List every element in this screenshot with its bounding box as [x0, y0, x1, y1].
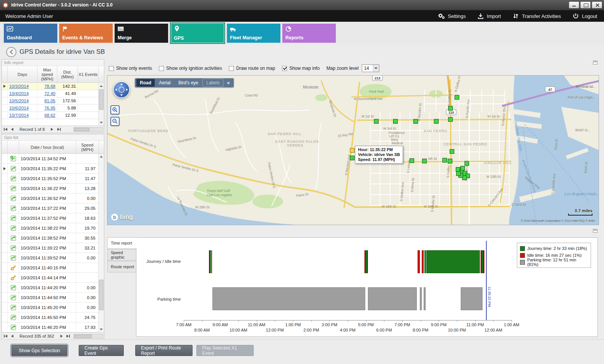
map-style-road[interactable]: Road — [136, 79, 155, 87]
gps-point-marker[interactable] — [448, 159, 452, 163]
tab-dashboard[interactable]: Dashboard — [4, 24, 57, 43]
gps-list-row[interactable]: 10/3/2014 11:36:52 PM0.00 — [2, 193, 104, 203]
gps-list-row[interactable]: 10/3/2014 11:39:22 PM33.21 — [2, 243, 104, 253]
transfer-activities-button[interactable]: Transfer Activities — [512, 13, 561, 19]
gps-list-row[interactable]: 10/3/2014 11:36:22 PM13.28 — [2, 184, 104, 193]
table-row[interactable]: 10/5/201481.05172.56 — [2, 97, 104, 105]
gps-point-marker[interactable] — [449, 106, 453, 111]
gps-point-marker[interactable] — [350, 156, 355, 160]
table-row[interactable]: 10/7/201468.6212.99 — [2, 112, 104, 119]
table-row[interactable]: 10/6/201476.955.88 — [2, 105, 104, 112]
gps-point-marker[interactable] — [434, 119, 439, 124]
column-header-days[interactable]: Days — [8, 66, 37, 82]
settings-button[interactable]: Settings — [437, 13, 466, 19]
scroll-down-icon[interactable] — [99, 327, 104, 332]
column-header-dist[interactable]: Dist. (Miles) — [57, 66, 78, 82]
scroll-up-icon[interactable] — [99, 83, 104, 89]
tab-time-report[interactable]: Time report — [107, 237, 137, 249]
minimize-button[interactable] — [569, 2, 579, 8]
gps-list-row[interactable]: 10/3/2014 11:37:22 PM29.05 — [2, 203, 104, 213]
gps-point-marker[interactable] — [455, 95, 459, 100]
gps-list-row[interactable]: 10/3/2014 11:46:20 PM17.93 — [2, 322, 104, 332]
gps-list-row[interactable]: 10/3/2014 11:44:50 PM0.00 — [2, 293, 104, 303]
maximize-button[interactable] — [580, 2, 591, 8]
gps-point-marker[interactable] — [443, 158, 447, 163]
pager-next-icon[interactable] — [58, 333, 65, 339]
map[interactable]: MiralestePeck ParkPORTUGUESE BENDSAN PED… — [107, 75, 599, 225]
zoom-out-button[interactable] — [110, 117, 120, 126]
checkbox-show-only-events[interactable]: Show only events — [109, 66, 152, 71]
column-header-speed[interactable]: Speed (MPH) — [76, 141, 99, 153]
selected-gps-point-marker[interactable] — [350, 148, 355, 153]
tab-speed-graphic[interactable]: Speed graphic — [107, 249, 136, 261]
column-header-x1-events[interactable]: X1 Events — [78, 66, 99, 82]
export-print-route-report-button[interactable]: Export / Print Route Report — [135, 345, 193, 356]
table-row[interactable]: 10/4/201472.4041.49 — [2, 90, 104, 97]
checkbox-show-only-ignition[interactable]: Show only ignition activities — [159, 66, 222, 71]
tab-route-report[interactable]: Route report — [107, 261, 136, 272]
checkbox-icon[interactable] — [159, 66, 164, 71]
tab-fleet-manager[interactable]: Fleet Manager — [227, 24, 280, 43]
map-style-labels[interactable]: Labels — [202, 79, 223, 87]
gps-list-row[interactable]: 10/3/2014 11:44:20 PM0.00 — [2, 283, 104, 293]
gps-list-row[interactable]: 10/3/2014 11:38:52 PM30.55 — [2, 233, 104, 243]
scroll-down-icon[interactable] — [99, 120, 104, 126]
pager-prev-icon[interactable] — [9, 333, 16, 339]
gps-point-marker[interactable] — [457, 172, 461, 176]
pager-last-icon[interactable] — [55, 127, 62, 132]
checkbox-draw-route[interactable]: Draw route on map — [229, 66, 275, 71]
gps-point-marker[interactable] — [414, 119, 418, 124]
gps-point-marker[interactable] — [410, 159, 414, 163]
gps-list-row[interactable]: 10/3/2014 11:45:20 PM0.00 — [2, 303, 104, 312]
gps-point-marker[interactable] — [450, 150, 454, 154]
zoom-in-button[interactable] — [110, 105, 120, 114]
tab-events-reviews[interactable]: Events & Reviews — [59, 24, 113, 43]
gps-list-row[interactable]: 10/3/2014 11:45:50 PM24.75 — [2, 312, 104, 322]
pager-last-icon[interactable] — [65, 333, 72, 339]
checkbox-icon[interactable] — [109, 66, 114, 71]
gps-point-marker[interactable] — [449, 118, 453, 122]
gps-list-scrollbar[interactable] — [98, 154, 104, 332]
show-gps-selection-button[interactable]: Show Gps Selection — [11, 345, 67, 356]
column-header-date-hour[interactable]: Date / hour (local) — [19, 141, 76, 153]
scrollbar-thumb[interactable] — [99, 89, 104, 110]
gps-point-marker[interactable] — [456, 168, 460, 172]
gps-point-marker[interactable] — [461, 166, 465, 171]
checkbox-icon[interactable] — [282, 66, 287, 71]
tab-reports[interactable]: Reports — [282, 24, 336, 43]
panel-maximize-icon[interactable] — [593, 61, 598, 64]
create-gps-event-button[interactable]: Create Gps Event — [79, 345, 124, 356]
gps-point-marker[interactable] — [374, 119, 379, 124]
info-report-scrollbar[interactable] — [98, 83, 104, 126]
scrollbar-thumb[interactable] — [99, 280, 104, 310]
scroll-up-icon[interactable] — [99, 154, 104, 159]
chevron-down-icon[interactable] — [373, 65, 379, 72]
horizontal-scrollbar[interactable] — [73, 334, 103, 339]
gps-point-marker[interactable] — [463, 176, 467, 180]
table-row[interactable]: 10/3/201478.68142.31 — [2, 83, 104, 90]
gps-list-row[interactable]: 10/3/2014 11:44:14 PM — [2, 273, 104, 283]
gps-point-marker[interactable] — [465, 161, 469, 166]
gps-list-row[interactable]: 10/3/2014 11:40:15 PM — [2, 263, 104, 273]
horizontal-scrollbar[interactable] — [73, 127, 103, 132]
scrollbar-thumb[interactable] — [74, 128, 89, 131]
scrollbar-thumb[interactable] — [74, 335, 92, 338]
play-selected-x1-event-button[interactable]: Play Selected X1 Event — [196, 345, 254, 356]
checkbox-icon[interactable] — [229, 66, 234, 71]
gps-list-row[interactable]: 10/3/2014 11:35:52 PM11.47 — [2, 174, 104, 184]
collapse-icon[interactable]: « — [224, 79, 232, 87]
import-button[interactable]: Import — [477, 13, 501, 19]
checkbox-show-map-info[interactable]: Show map info — [282, 66, 319, 71]
gps-list-row[interactable]: 10/3/2014 11:34:52 PM — [2, 154, 104, 164]
back-button[interactable] — [6, 47, 16, 57]
pager-first-icon[interactable] — [2, 127, 9, 132]
gps-list-row[interactable]: 10/3/2014 11:38:22 PM19.70 — [2, 223, 104, 233]
map-style-aerial[interactable]: Aerial — [155, 79, 174, 87]
panel-maximize-icon[interactable] — [593, 229, 598, 233]
gps-point-marker[interactable] — [423, 159, 427, 163]
map-style-birdseye[interactable]: Bird's eye — [175, 79, 202, 87]
gps-list-row[interactable]: 10/3/2014 11:37:52 PM18.63 — [2, 213, 104, 223]
pager-first-icon[interactable] — [2, 333, 9, 339]
pager-next-icon[interactable] — [49, 127, 55, 132]
column-header-max-speed[interactable]: Max speed (MPH) — [37, 66, 57, 82]
